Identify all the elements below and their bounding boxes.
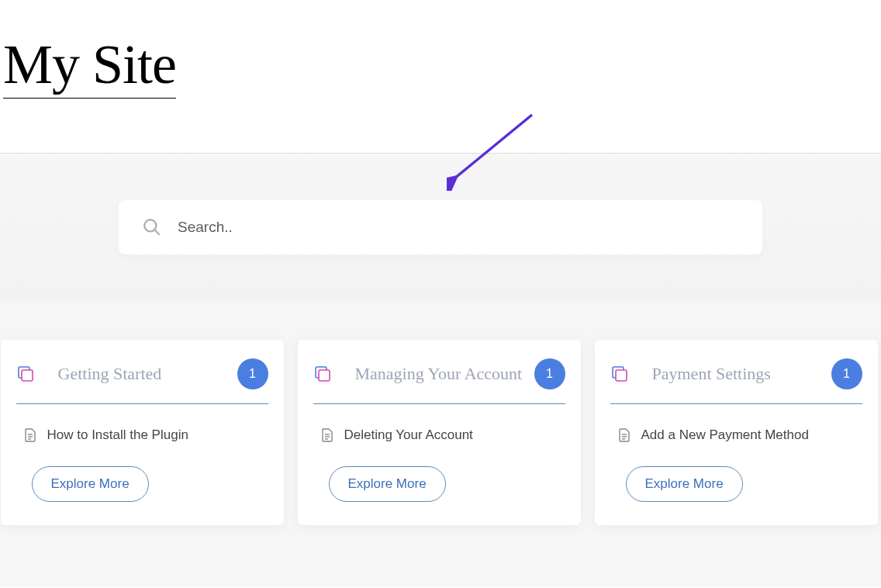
svg-rect-3 <box>22 370 33 381</box>
document-icon <box>618 428 631 442</box>
article-title: Deleting Your Account <box>344 427 473 443</box>
svg-rect-8 <box>319 370 330 381</box>
card-managing-account: Managing Your Account 1 Deleting Your Ac… <box>298 340 581 525</box>
search-input[interactable] <box>178 219 739 236</box>
explore-more-button[interactable]: Explore More <box>626 466 743 502</box>
search-box[interactable] <box>119 200 762 254</box>
category-icon <box>313 365 332 383</box>
article-title: How to Install the Plugin <box>47 427 188 443</box>
svg-line-1 <box>154 230 159 235</box>
category-icon <box>610 365 629 383</box>
explore-more-button[interactable]: Explore More <box>32 466 149 502</box>
explore-more-button[interactable]: Explore More <box>329 466 446 502</box>
category-icon <box>16 365 35 383</box>
site-title[interactable]: My Site <box>3 0 176 99</box>
card-header: Managing Your Account 1 <box>313 358 565 404</box>
count-badge: 1 <box>831 358 862 389</box>
card-payment-settings: Payment Settings 1 Add a New Payment Met… <box>595 340 878 525</box>
document-icon <box>321 428 333 442</box>
search-icon <box>142 217 162 237</box>
card-title: Getting Started <box>58 364 237 384</box>
article-link[interactable]: Add a New Payment Method <box>610 427 862 443</box>
document-icon <box>24 428 36 442</box>
card-getting-started: Getting Started 1 How to Install the Plu… <box>1 340 284 525</box>
svg-rect-13 <box>616 370 627 381</box>
article-title: Add a New Payment Method <box>641 427 809 443</box>
search-section <box>0 154 881 301</box>
card-title: Managing Your Account <box>355 364 534 384</box>
card-header: Payment Settings 1 <box>610 358 862 404</box>
card-header: Getting Started 1 <box>16 358 268 404</box>
count-badge: 1 <box>237 358 268 389</box>
header: My Site <box>0 0 881 153</box>
article-link[interactable]: Deleting Your Account <box>313 427 565 443</box>
count-badge: 1 <box>534 358 565 389</box>
svg-point-0 <box>144 220 156 232</box>
card-title: Payment Settings <box>652 364 831 384</box>
article-link[interactable]: How to Install the Plugin <box>16 427 268 443</box>
cards-section: Getting Started 1 How to Install the Plu… <box>0 301 881 587</box>
